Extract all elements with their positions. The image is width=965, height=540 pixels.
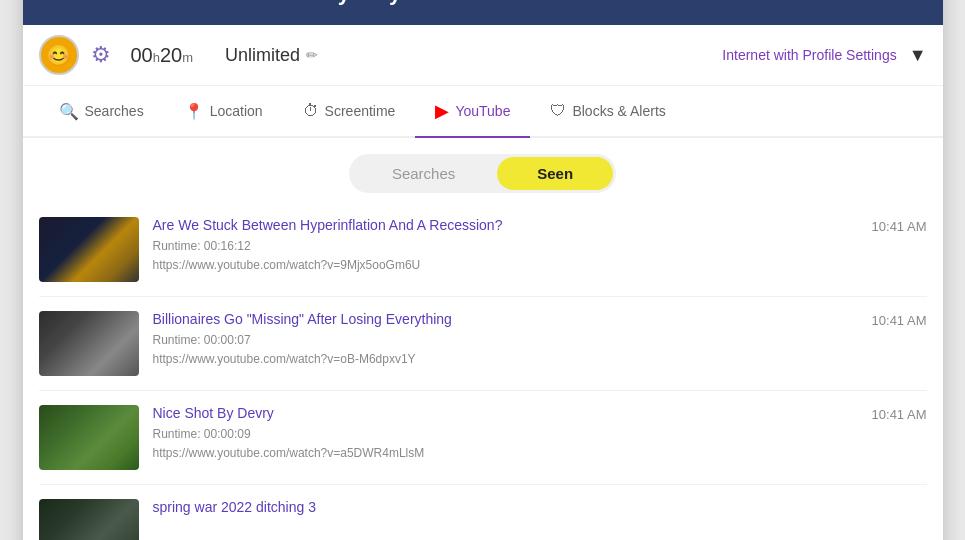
video-item-1: Are We Stuck Between Hyperinflation And … [39, 203, 927, 297]
video-runtime-2: Runtime: 00:00:07 [153, 333, 251, 347]
banner-text: Net Nanny only monitors the YouTube webs… [241, 0, 724, 5]
tab-screentime[interactable]: ⏱ Screentime [283, 88, 416, 136]
unlimited-label: Unlimited [225, 45, 300, 66]
video-item-2: Billionaires Go "Missing" After Losing E… [39, 297, 927, 391]
video-item-4: spring war 2022 ditching 3 [39, 485, 927, 540]
video-time-1: 10:41 AM [872, 217, 927, 234]
video-info-2: Billionaires Go "Missing" After Losing E… [153, 311, 858, 369]
video-info-1: Are We Stuck Between Hyperinflation And … [153, 217, 858, 275]
video-title-3[interactable]: Nice Shot By Devry [153, 405, 858, 421]
tab-blocks-alerts[interactable]: 🛡 Blocks & Alerts [530, 88, 685, 136]
internet-settings-link[interactable]: Internet with Profile Settings [722, 47, 896, 63]
shield-icon: 🛡 [550, 102, 566, 120]
header-bar: 😊 ⚙ 00h20m Unlimited ✏ Internet with Pro… [23, 25, 943, 86]
video-thumb-2 [39, 311, 139, 376]
tab-searches-label: Searches [85, 103, 144, 119]
video-thumb-3 [39, 405, 139, 470]
sub-tabs: Searches Seen [23, 138, 943, 203]
tab-location-label: Location [210, 103, 263, 119]
video-meta-1: Runtime: 00:16:12 https://www.youtube.co… [153, 237, 858, 275]
edit-icon[interactable]: ✏ [306, 47, 318, 63]
youtube-icon: ▶ [435, 100, 449, 122]
location-icon: 📍 [184, 102, 204, 121]
video-runtime-3: Runtime: 00:00:09 [153, 427, 251, 441]
tab-youtube-label: YouTube [455, 103, 510, 119]
sub-tab-container: Searches Seen [349, 154, 616, 193]
app-container: Net Nanny only monitors the YouTube webs… [23, 0, 943, 540]
video-time-3: 10:41 AM [872, 405, 927, 422]
video-title-2[interactable]: Billionaires Go "Missing" After Losing E… [153, 311, 858, 327]
time-hours-unit: h [153, 50, 160, 65]
unlimited-badge: Unlimited ✏ [225, 45, 318, 66]
gear-icon[interactable]: ⚙ [91, 42, 111, 68]
video-meta-2: Runtime: 00:00:07 https://www.youtube.co… [153, 331, 858, 369]
video-title-1[interactable]: Are We Stuck Between Hyperinflation And … [153, 217, 858, 233]
video-thumb-1 [39, 217, 139, 282]
tab-location[interactable]: 📍 Location [164, 88, 283, 137]
video-thumb-4 [39, 499, 139, 540]
video-url-2[interactable]: https://www.youtube.com/watch?v=oB-M6dpx… [153, 352, 416, 366]
search-icon: 🔍 [59, 102, 79, 121]
nav-tabs: 🔍 Searches 📍 Location ⏱ Screentime ▶ You… [23, 86, 943, 138]
banner: Net Nanny only monitors the YouTube webs… [23, 0, 943, 25]
video-url-3[interactable]: https://www.youtube.com/watch?v=a5DWR4mL… [153, 446, 425, 460]
wifi-icon: ▼ [909, 45, 927, 66]
tab-screentime-label: Screentime [325, 103, 396, 119]
video-info-4: spring war 2022 ditching 3 [153, 499, 927, 519]
time-minutes: 20 [160, 44, 182, 66]
avatar: 😊 [39, 35, 79, 75]
time-minutes-unit: m [182, 50, 193, 65]
video-url-1[interactable]: https://www.youtube.com/watch?v=9Mjx5ooG… [153, 258, 421, 272]
video-meta-3: Runtime: 00:00:09 https://www.youtube.co… [153, 425, 858, 463]
tab-youtube[interactable]: ▶ YouTube [415, 86, 530, 138]
sub-tab-seen[interactable]: Seen [497, 157, 613, 190]
screentime-icon: ⏱ [303, 102, 319, 120]
video-info-3: Nice Shot By Devry Runtime: 00:00:09 htt… [153, 405, 858, 463]
tab-searches[interactable]: 🔍 Searches [39, 88, 164, 137]
tab-blocks-alerts-label: Blocks & Alerts [572, 103, 665, 119]
time-hours: 00 [131, 44, 153, 66]
video-time-2: 10:41 AM [872, 311, 927, 328]
video-list: Are We Stuck Between Hyperinflation And … [23, 203, 943, 540]
time-display: 00h20m [131, 44, 194, 67]
video-title-4[interactable]: spring war 2022 ditching 3 [153, 499, 927, 515]
video-runtime-1: Runtime: 00:16:12 [153, 239, 251, 253]
sub-tab-searches[interactable]: Searches [352, 157, 495, 190]
video-item-3: Nice Shot By Devry Runtime: 00:00:09 htt… [39, 391, 927, 485]
